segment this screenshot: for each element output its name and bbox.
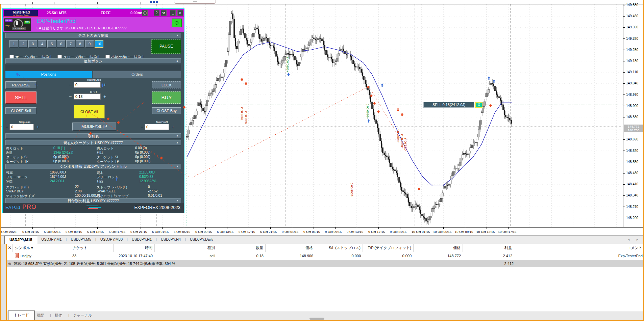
time-label: 5 Oct 13:15 [87, 230, 104, 234]
toolbox-caption[interactable]: ツールボックス [0, 244, 6, 321]
lock-button[interactable]: LOCK [152, 81, 181, 89]
section-symbol-info[interactable]: シンボル情報 USDJPY/ アカウント Info▲ [5, 164, 181, 169]
column-header[interactable]: 時間 [114, 244, 155, 252]
expand-icon[interactable]: ⊕ [8, 260, 11, 267]
pause-button[interactable]: PAUSE [151, 39, 181, 54]
testerpad-titlebar[interactable]: TesterPadfor Strategy Tester 25.501 MT5 … [3, 9, 184, 17]
buy-button[interactable]: BUY [152, 91, 181, 104]
plus-button[interactable]: + [36, 124, 39, 130]
time-label: 6 Oct 17:15 [239, 230, 255, 234]
column-header[interactable]: コメント [514, 244, 644, 252]
column-header[interactable]: 価格 [414, 244, 463, 252]
toolbox-tab-3[interactable]: ジャーナル [73, 311, 92, 320]
target-value: 0p (0.00J) [53, 155, 69, 159]
chart-tab-usdjpy-h1[interactable]: USDJPY,H1 [128, 236, 156, 244]
tab-scroll-right-icon[interactable]: ▸ [637, 238, 638, 241]
toolbox-tab-0[interactable]: トレード [8, 311, 35, 320]
close-all-button[interactable]: CLOSE All [74, 105, 105, 118]
chart-tab-usdjpy-h4[interactable]: USDJPY,H4 [157, 236, 185, 244]
section-current-target[interactable]: 現在のターゲット USDJPY #77777▲ [5, 140, 181, 145]
chart-tab-usdjpy-m15[interactable]: USDJPY,M15 [4, 236, 37, 244]
chart-tab-usdjpy-m1[interactable]: USDJPY,M1 [37, 236, 66, 244]
toolbox-tab-2[interactable]: 操作 [55, 311, 62, 320]
chart-tab-usdjpy-m5[interactable]: USDJPY,M5 [67, 236, 95, 244]
chart-tab-bar: USDJPY,M15USDJPY,M1|USDJPY,M5|USDJPY,M30… [0, 235, 644, 244]
horizontal-scrollbar[interactable] [309, 318, 324, 320]
close-buy-button[interactable]: CLOSE Buy [152, 107, 181, 114]
price-label: 148.900 [626, 104, 638, 108]
cell-8: 148.772 [414, 252, 463, 260]
close-sell-button[interactable]: CLOSE Sell [5, 107, 36, 114]
minus-button[interactable]: − [69, 82, 72, 88]
plus-button[interactable]: + [103, 93, 106, 100]
lot-stepper: − 0.18 + [69, 93, 120, 100]
account-value: 15744.00J [50, 175, 66, 179]
speed-button-1[interactable]: 1 [9, 40, 18, 48]
testerpad-footer: EA Pad PRO EXPFOREX 2008-2023 [3, 203, 184, 213]
speed-button-10[interactable]: 10 [95, 40, 103, 48]
column-header[interactable]: シンボル ▾ [13, 244, 70, 252]
trade-annotation: -3780.00 J [396, 129, 400, 143]
toolbox-close-icon[interactable]: ✕ [7, 244, 13, 252]
section-extra-buttons[interactable]: 追加ボタン▲ [5, 58, 181, 64]
lot-input[interactable]: 0.18 [74, 93, 101, 100]
minus-button[interactable]: − [5, 124, 8, 130]
trade-annotation: -252.00 J [404, 138, 407, 151]
plus-button[interactable]: + [103, 82, 106, 88]
plus-button[interactable]: + [172, 124, 174, 130]
price-label: 149.040 [626, 81, 638, 85]
speed-button-9[interactable]: 9 [85, 40, 94, 48]
speed-button-8[interactable]: 8 [76, 40, 84, 48]
price-label: 148.410 [626, 182, 638, 186]
collapsed-panel-handle[interactable] [174, 0, 216, 4]
sell-button[interactable]: SELL [5, 91, 36, 104]
table-row[interactable]: usdjpy332023.10.10 17:47:40sell0.18148.9… [7, 252, 644, 260]
trainer-logo: FREE MT5 Exp TRAINER [4, 18, 31, 31]
column-header[interactable]: 数量 [217, 244, 266, 252]
tab-positions[interactable]: Positions [5, 71, 92, 78]
speed-button-6[interactable]: 6 [57, 40, 66, 48]
toolbox-tab-1[interactable]: 履歴 [36, 311, 44, 320]
price-label: 148.340 [626, 193, 638, 197]
expforex-label: EXPFOREX 2008-2023 [134, 205, 180, 210]
speed-button-7[interactable]: 7 [66, 40, 75, 48]
time-label: 10 Oct 09:15 [455, 230, 473, 234]
info-icon[interactable]: ⓘ [142, 10, 148, 16]
column-header[interactable]: T/P (テイクプロフィット) [363, 244, 414, 252]
speed-button-5[interactable]: 5 [47, 40, 56, 48]
modify-sltp-button[interactable]: MODIFYSLTP [72, 123, 116, 131]
speed-button-2[interactable]: 2 [19, 40, 28, 48]
row-spacer [7, 252, 13, 260]
minus-button[interactable]: − [69, 93, 72, 100]
chart-tab-usdjpy-daily[interactable]: USDJPY,Daily [186, 236, 218, 244]
minus-button[interactable]: − [141, 124, 143, 130]
chart-tab-usdjpy-m30[interactable]: USDJPY,M30 [96, 236, 127, 244]
stoploss-input[interactable]: 0 [9, 124, 34, 130]
sell-position-label[interactable]: SELL 0.18(2412.0J) X [423, 102, 482, 108]
section-trade-table[interactable]: 取引表▼ [5, 133, 181, 139]
speed-button-3[interactable]: 3 [28, 40, 37, 48]
help-icon[interactable]: ? [154, 10, 159, 16]
column-header[interactable]: チケット [70, 244, 114, 252]
tab-scroll-left-icon[interactable]: ◂ [628, 238, 629, 241]
time-tick [249, 228, 249, 229]
reverse-button[interactable]: REVERSE [5, 81, 36, 89]
tab-orders[interactable]: Orders [93, 71, 181, 78]
time-axis[interactable]: 4 Oct 20235 Oct 01:155 Oct 05:155 Oct 09… [0, 227, 644, 235]
column-header[interactable]: 利益 [463, 244, 514, 252]
close-icon[interactable]: ✕ [177, 10, 183, 16]
tools-icon[interactable]: ⚒ [161, 10, 167, 16]
stoploss-stepper: − 0 + [5, 124, 46, 130]
column-header[interactable]: 種別 [155, 244, 217, 252]
trailing-stop-input[interactable]: 0 [74, 82, 101, 88]
smiley-status-icon[interactable]: ☺ [172, 19, 182, 27]
close-position-icon[interactable]: X [475, 102, 482, 108]
testerpad-logo: TesterPadfor Strategy Tester [4, 10, 38, 17]
minimize-icon[interactable]: _ [170, 10, 176, 16]
column-header[interactable]: S/L (ストップロス) [315, 244, 363, 252]
takeprofit-input[interactable]: 0 [145, 124, 169, 130]
speed-button-4[interactable]: 4 [38, 40, 47, 48]
price-axis[interactable]: 149.530149.460149.390149.320149.250149.1… [623, 4, 644, 227]
column-header[interactable]: 価格 [266, 244, 315, 252]
section-speed-control[interactable]: テストの速度制御▲ [5, 33, 181, 38]
